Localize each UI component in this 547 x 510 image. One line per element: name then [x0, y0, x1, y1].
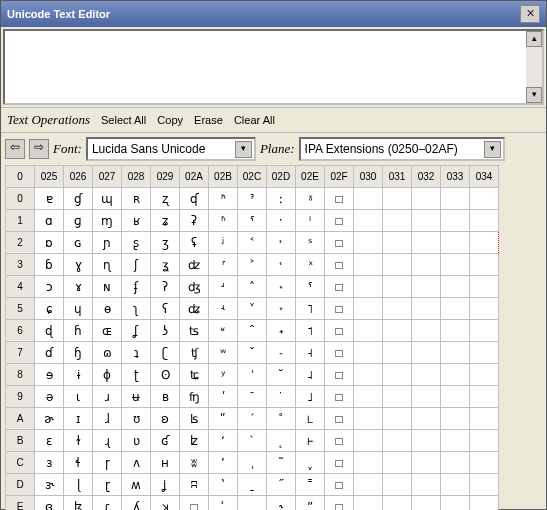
char-cell[interactable]	[383, 210, 412, 232]
char-cell[interactable]: ʛ	[151, 430, 180, 452]
char-cell[interactable]: ɶ	[93, 320, 122, 342]
char-cell[interactable]: ˀ	[238, 188, 267, 210]
textarea-scrollbar[interactable]: ▴ ▾	[526, 31, 542, 103]
char-cell[interactable]: ʼ	[209, 452, 238, 474]
op-erase[interactable]: Erase	[194, 114, 223, 126]
char-cell[interactable]: ʧ	[180, 342, 209, 364]
char-cell[interactable]: ʈ	[122, 364, 151, 386]
char-cell[interactable]: □	[325, 408, 354, 430]
char-cell[interactable]	[441, 342, 470, 364]
char-cell[interactable]	[441, 298, 470, 320]
char-cell[interactable]: ʞ	[151, 496, 180, 511]
char-cell[interactable]: ɒ	[35, 232, 64, 254]
char-cell[interactable]	[354, 320, 383, 342]
char-cell[interactable]: ɗ	[35, 342, 64, 364]
op-clear-all[interactable]: Clear All	[234, 114, 275, 126]
char-cell[interactable]	[441, 254, 470, 276]
char-cell[interactable]: ʥ	[180, 298, 209, 320]
char-cell[interactable]: ʦ	[180, 320, 209, 342]
char-cell[interactable]: ʑ	[151, 210, 180, 232]
char-cell[interactable]: ʸ	[209, 364, 238, 386]
char-cell[interactable]: ʜ	[151, 452, 180, 474]
char-cell[interactable]	[470, 188, 499, 210]
char-cell[interactable]: ɱ	[93, 210, 122, 232]
char-cell[interactable]	[470, 232, 499, 254]
char-cell[interactable]: ʆ	[122, 320, 151, 342]
char-cell[interactable]: ʇ	[122, 342, 151, 364]
char-cell[interactable]: ɼ	[93, 452, 122, 474]
char-cell[interactable]: ˔	[267, 276, 296, 298]
char-cell[interactable]: □	[325, 320, 354, 342]
char-cell[interactable]: ʄ	[122, 276, 151, 298]
char-cell[interactable]: ʩ	[180, 386, 209, 408]
char-cell[interactable]: ʍ	[122, 474, 151, 496]
char-cell[interactable]: ˃	[238, 254, 267, 276]
char-cell[interactable]	[441, 408, 470, 430]
char-cell[interactable]: ˑ	[267, 210, 296, 232]
char-cell[interactable]: ɘ	[35, 364, 64, 386]
char-cell[interactable]: ˅	[238, 298, 267, 320]
char-cell[interactable]	[412, 232, 441, 254]
char-cell[interactable]: ɰ	[93, 188, 122, 210]
char-cell[interactable]: ɥ	[64, 298, 93, 320]
char-cell[interactable]: ˌ	[238, 452, 267, 474]
char-cell[interactable]: □	[325, 210, 354, 232]
prev-page-button[interactable]: ⇦	[5, 139, 25, 159]
char-cell[interactable]	[354, 276, 383, 298]
char-cell[interactable]	[412, 298, 441, 320]
char-cell[interactable]: ɽ	[93, 474, 122, 496]
char-cell[interactable]	[383, 386, 412, 408]
char-cell[interactable]: ʨ	[180, 364, 209, 386]
char-cell[interactable]: ˭	[296, 474, 325, 496]
char-cell[interactable]	[383, 188, 412, 210]
char-cell[interactable]	[412, 320, 441, 342]
char-cell[interactable]: ˗	[267, 342, 296, 364]
char-cell[interactable]	[441, 430, 470, 452]
scroll-up-icon[interactable]: ▴	[526, 31, 542, 47]
char-cell[interactable]: □	[325, 496, 354, 511]
char-cell[interactable]: □	[325, 232, 354, 254]
char-cell[interactable]	[354, 408, 383, 430]
char-cell[interactable]: ʁ	[122, 210, 151, 232]
op-select-all[interactable]: Select All	[101, 114, 146, 126]
char-cell[interactable]: ʪ	[180, 408, 209, 430]
char-cell[interactable]: □	[325, 364, 354, 386]
char-cell[interactable]: ɲ	[93, 232, 122, 254]
char-cell[interactable]	[412, 254, 441, 276]
char-cell[interactable]: ɡ	[64, 210, 93, 232]
char-cell[interactable]: ɐ	[35, 188, 64, 210]
char-cell[interactable]: ɤ	[64, 276, 93, 298]
char-cell[interactable]: □	[325, 276, 354, 298]
char-cell[interactable]: □	[325, 342, 354, 364]
char-cell[interactable]	[354, 254, 383, 276]
char-cell[interactable]: ɫ	[64, 430, 93, 452]
char-cell[interactable]: ʡ	[180, 210, 209, 232]
char-cell[interactable]	[412, 342, 441, 364]
char-cell[interactable]: ˠ	[296, 188, 325, 210]
char-cell[interactable]	[441, 210, 470, 232]
char-cell[interactable]	[383, 342, 412, 364]
char-cell[interactable]: ɪ	[64, 408, 93, 430]
char-cell[interactable]: ʰ	[209, 188, 238, 210]
char-cell[interactable]: ʐ	[151, 188, 180, 210]
char-cell[interactable]: ɝ	[35, 474, 64, 496]
next-page-button[interactable]: ⇨	[29, 139, 49, 159]
char-cell[interactable]	[470, 474, 499, 496]
char-cell[interactable]: ɛ	[35, 430, 64, 452]
char-cell[interactable]: ʶ	[209, 320, 238, 342]
char-cell[interactable]	[441, 320, 470, 342]
char-cell[interactable]: ʃ	[122, 254, 151, 276]
char-cell[interactable]: ʎ	[122, 496, 151, 511]
char-cell[interactable]: ʊ	[122, 408, 151, 430]
char-cell[interactable]: ˮ	[296, 496, 325, 511]
char-cell[interactable]	[383, 430, 412, 452]
char-cell[interactable]: ʷ	[209, 342, 238, 364]
char-cell[interactable]: ʱ	[209, 210, 238, 232]
char-cell[interactable]: ʻ	[209, 430, 238, 452]
char-cell[interactable]: ɭ	[64, 474, 93, 496]
char-cell[interactable]: ʖ	[151, 320, 180, 342]
char-cell[interactable]	[412, 430, 441, 452]
char-cell[interactable]	[412, 408, 441, 430]
char-cell[interactable]	[383, 298, 412, 320]
char-cell[interactable]: ˄	[238, 276, 267, 298]
